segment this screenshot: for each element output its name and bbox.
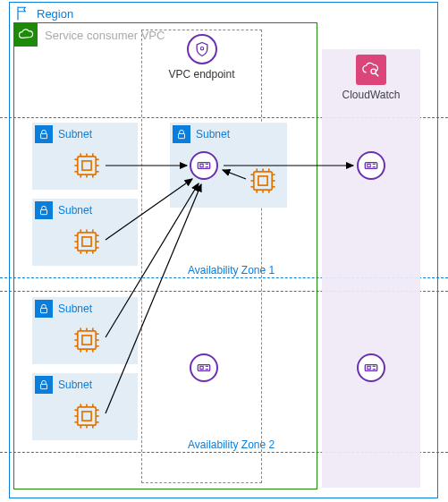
cloudwatch-column: CloudWatch <box>322 49 420 488</box>
network-interface-icon <box>357 151 385 180</box>
svg-rect-36 <box>78 331 96 349</box>
subnet-lock-icon <box>35 201 53 219</box>
subnet-lock-icon <box>35 300 53 318</box>
compute-chip-icon <box>248 166 278 196</box>
svg-rect-5 <box>179 133 185 138</box>
compute-chip-icon <box>72 150 102 181</box>
subnet-1-header: Subnet <box>32 123 138 143</box>
network-interface-icon <box>190 353 218 382</box>
compute-chip-icon <box>72 325 102 355</box>
subnet-3-title: Subnet <box>58 302 92 315</box>
svg-rect-4 <box>41 209 47 214</box>
svg-rect-83 <box>200 366 203 369</box>
subnet-lock-icon <box>35 376 53 394</box>
subnet-4-title: Subnet <box>58 379 92 391</box>
svg-line-2 <box>376 73 379 77</box>
cloudwatch-label: CloudWatch <box>322 89 420 101</box>
svg-point-0 <box>200 47 203 50</box>
svg-rect-9 <box>82 161 91 170</box>
subnet-2-header: Subnet <box>32 199 138 219</box>
region-header: Region <box>10 3 79 24</box>
svg-rect-6 <box>41 308 47 312</box>
svg-rect-50 <box>78 407 96 425</box>
diagram-canvas: Region Availability Zone 1 Availability … <box>0 0 448 502</box>
subnet-ep-title: Subnet <box>196 128 230 140</box>
svg-rect-37 <box>82 336 91 345</box>
endpoint-label: VPC endpoint <box>142 68 261 81</box>
subnet-lock-icon <box>173 125 190 143</box>
svg-rect-51 <box>82 412 91 421</box>
subnet-2-title: Subnet <box>58 204 92 217</box>
vpc-endpoint-lane: VPC endpoint <box>141 30 262 483</box>
subnet-ep-header: Subnet <box>170 123 287 143</box>
subnet-4-header: Subnet <box>32 373 138 394</box>
compute-chip-icon <box>72 401 102 431</box>
subnet-3-header: Subnet <box>32 297 138 318</box>
svg-rect-3 <box>41 133 47 138</box>
vpc-cloud-icon <box>14 23 38 47</box>
cloudwatch-magnifier-icon <box>356 55 386 85</box>
cloudwatch-header: CloudWatch <box>322 49 420 101</box>
svg-rect-8 <box>78 157 96 174</box>
svg-rect-79 <box>200 164 203 166</box>
compute-chip-icon <box>72 226 102 257</box>
svg-rect-23 <box>82 237 91 246</box>
region-flag-icon <box>15 5 31 21</box>
svg-rect-87 <box>368 164 370 166</box>
network-interface-icon <box>357 353 385 382</box>
svg-rect-65 <box>258 176 267 185</box>
endpoint-shield-icon <box>187 34 217 64</box>
network-interface-icon <box>190 151 218 180</box>
subnet-1-title: Subnet <box>58 128 92 140</box>
endpoint-header: VPC endpoint <box>142 34 261 81</box>
svg-rect-91 <box>368 366 370 369</box>
svg-rect-64 <box>254 172 272 190</box>
svg-rect-22 <box>78 233 96 251</box>
subnet-lock-icon <box>35 125 53 143</box>
region-label: Region <box>37 7 73 21</box>
svg-rect-7 <box>41 384 47 388</box>
